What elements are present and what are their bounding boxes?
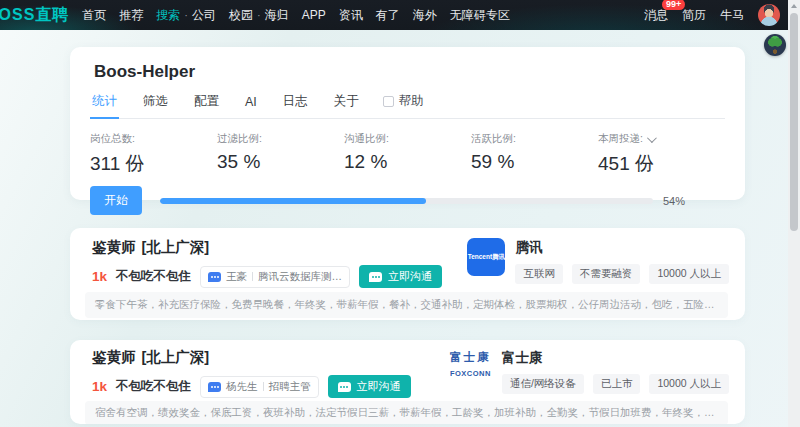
chevron-down-icon[interactable] bbox=[647, 133, 657, 143]
extension-tree-icon[interactable] bbox=[764, 34, 786, 56]
stat-label: 沟通比例: bbox=[344, 132, 389, 146]
nav-item-search[interactable]: 搜索 bbox=[156, 7, 180, 24]
stat-total-jobs: 岗位总数: 311 份 bbox=[90, 132, 217, 177]
tab-statistics[interactable]: 统计 bbox=[90, 93, 119, 118]
job-title[interactable]: 鉴黄师 bbox=[92, 349, 136, 365]
foxconn-logo[interactable]: 富士康 FOXCONN bbox=[450, 348, 492, 398]
company-tag: 互联网 bbox=[515, 264, 563, 284]
nav-separator-dot: · bbox=[257, 9, 261, 21]
help-checkbox[interactable] bbox=[383, 96, 394, 107]
chat-now-button[interactable]: 立即沟通 bbox=[359, 265, 442, 288]
job-card-foxconn: 鉴黄师[北上广深] 1k 不包吃不包住 杨先生 招聘主管 立即沟通 富士康 bbox=[70, 340, 745, 424]
nav-item-resume[interactable]: 简历 bbox=[682, 7, 706, 24]
chat-bubble-icon bbox=[369, 272, 382, 282]
stat-value: 12 % bbox=[344, 151, 471, 173]
stat-value: 451 份 bbox=[598, 151, 725, 177]
stat-value: 35 % bbox=[217, 151, 344, 173]
nav-item-returnee[interactable]: 海归 bbox=[265, 7, 289, 24]
stat-value: 311 份 bbox=[90, 151, 217, 177]
divider bbox=[252, 272, 253, 281]
stat-label: 本周投递: bbox=[598, 132, 643, 146]
company-name[interactable]: 腾讯 bbox=[515, 239, 729, 257]
tab-log[interactable]: 日志 bbox=[281, 93, 310, 118]
nav-item-overseas[interactable]: 海外 bbox=[413, 7, 437, 24]
job-title-row[interactable]: 鉴黄师[北上广深] bbox=[92, 348, 450, 367]
nav-item-home[interactable]: 首页 bbox=[82, 7, 106, 24]
chat-now-button[interactable]: 立即沟通 bbox=[328, 375, 411, 398]
chat-bubble-icon bbox=[208, 272, 221, 282]
stat-weekly-sent: 本周投递: 451 份 bbox=[598, 132, 725, 177]
tab-filter[interactable]: 筛选 bbox=[141, 93, 170, 118]
nav-group-campus-overseas: 校园 · 海归 bbox=[229, 7, 289, 24]
scrollbar-thumb[interactable] bbox=[790, 13, 798, 231]
company-tags: 互联网 不需要融资 10000 人以上 bbox=[515, 264, 729, 284]
company-name[interactable]: 富士康 bbox=[502, 349, 729, 367]
job-city: [北上广深] bbox=[142, 349, 210, 365]
user-avatar[interactable] bbox=[758, 4, 780, 26]
job-benefits: 零食下午茶，补充医疗保险，免费早晚餐，年终奖，带薪年假，餐补，交通补助，定期体检… bbox=[85, 292, 728, 318]
divider bbox=[263, 382, 264, 391]
stats-row: 岗位总数: 311 份 过滤比例: 35 % 沟通比例: 12 % 活跃比例: … bbox=[90, 132, 725, 177]
company-tag: 10000 人以上 bbox=[649, 264, 729, 284]
message-count-badge: 99+ bbox=[662, 0, 685, 10]
nav-menu: 首页 推荐 搜索 · 公司 校园 · 海归 APP 资讯 有了 海外 无障碍专区 bbox=[82, 7, 509, 24]
nav-group-search-company: 搜索 · 公司 bbox=[156, 7, 216, 24]
nav-item-news[interactable]: 资讯 bbox=[339, 7, 363, 24]
job-salary: 1k bbox=[92, 269, 107, 284]
recruiter-title: 腾讯云数据库测… bbox=[258, 270, 342, 284]
job-salary: 1k bbox=[92, 379, 107, 394]
recruiter-name: 杨先生 bbox=[226, 380, 258, 394]
stat-active-ratio: 活跃比例: 59 % bbox=[471, 132, 598, 177]
top-nav: BOSS直聘 首页 推荐 搜索 · 公司 校园 · 海归 APP 资讯 有了 海… bbox=[0, 0, 788, 30]
recruiter-tag[interactable]: 杨先生 招聘主管 bbox=[200, 376, 319, 398]
start-button[interactable]: 开始 bbox=[90, 186, 142, 215]
panel-title: Boos-Helper bbox=[90, 62, 725, 82]
tab-about[interactable]: 关于 bbox=[332, 93, 361, 118]
recruiter-tag[interactable]: 王豪 腾讯云数据库测… bbox=[200, 266, 350, 288]
messages-label: 消息 bbox=[644, 8, 668, 22]
tencent-logo[interactable]: Tencent腾讯 bbox=[467, 238, 505, 276]
company-tag: 已上市 bbox=[593, 374, 641, 394]
controls-row: 开始 54% bbox=[90, 186, 725, 215]
page-scrollbar[interactable] bbox=[788, 0, 800, 427]
nav-item-recommend[interactable]: 推荐 bbox=[119, 7, 143, 24]
chat-bubble-icon bbox=[208, 382, 221, 392]
nav-item-youle[interactable]: 有了 bbox=[376, 7, 400, 24]
company-tag: 不需要融资 bbox=[572, 264, 641, 284]
progress-percent-label: 54% bbox=[663, 195, 685, 207]
tab-ai[interactable]: AI bbox=[243, 95, 259, 117]
help-label: 帮助 bbox=[399, 93, 424, 110]
chat-bubble-icon bbox=[338, 382, 351, 392]
panel-tabs: 统计 筛选 配置 AI 日志 关于 帮助 bbox=[90, 93, 725, 119]
nav-item-accessibility[interactable]: 无障碍专区 bbox=[450, 7, 510, 24]
stat-label: 活跃比例: bbox=[471, 132, 516, 146]
stat-label: 岗位总数: bbox=[90, 132, 135, 146]
company-tag: 通信/网络设备 bbox=[502, 374, 584, 394]
help-checkbox-wrap[interactable]: 帮助 bbox=[383, 93, 424, 118]
nav-item-messages[interactable]: 消息 99+ bbox=[644, 7, 668, 24]
scroll-up-arrow-icon[interactable] bbox=[790, 2, 798, 10]
nav-username[interactable]: 牛马 bbox=[720, 7, 744, 24]
job-title-row[interactable]: 鉴黄师[北上广深] bbox=[92, 238, 467, 257]
job-benefits: 宿舍有空调，绩效奖金，保底工资，夜班补助，法定节假日三薪，带薪年假，工龄奖，加班… bbox=[85, 401, 728, 424]
stat-filter-ratio: 过滤比例: 35 % bbox=[217, 132, 344, 177]
nav-right-section: 消息 99+ 简历 牛马 bbox=[644, 4, 780, 26]
tab-config[interactable]: 配置 bbox=[192, 93, 221, 118]
company-tag: 10000 人以上 bbox=[649, 374, 729, 394]
progress-bar-fill bbox=[160, 198, 426, 204]
job-requirement: 不包吃不包住 bbox=[116, 378, 191, 395]
boos-helper-panel: Boos-Helper 统计 筛选 配置 AI 日志 关于 帮助 岗位总数: 3… bbox=[70, 47, 745, 200]
nav-item-app[interactable]: APP bbox=[302, 8, 326, 22]
nav-item-company[interactable]: 公司 bbox=[192, 7, 216, 24]
recruiter-name: 王豪 bbox=[226, 270, 247, 284]
nav-item-campus[interactable]: 校园 bbox=[229, 7, 253, 24]
job-requirement: 不包吃不包住 bbox=[116, 268, 191, 285]
progress-bar bbox=[160, 198, 653, 204]
job-title[interactable]: 鉴黄师 bbox=[92, 239, 136, 255]
nav-separator-dot: · bbox=[184, 9, 188, 21]
job-card-tencent: 鉴黄师[北上广深] 1k 不包吃不包住 王豪 腾讯云数据库测… 立即沟通 Te bbox=[70, 228, 745, 320]
stat-label: 过滤比例: bbox=[217, 132, 262, 146]
boss-logo[interactable]: BOSS直聘 bbox=[0, 5, 69, 26]
recruiter-title: 招聘主管 bbox=[269, 380, 311, 394]
job-city: [北上广深] bbox=[142, 239, 210, 255]
